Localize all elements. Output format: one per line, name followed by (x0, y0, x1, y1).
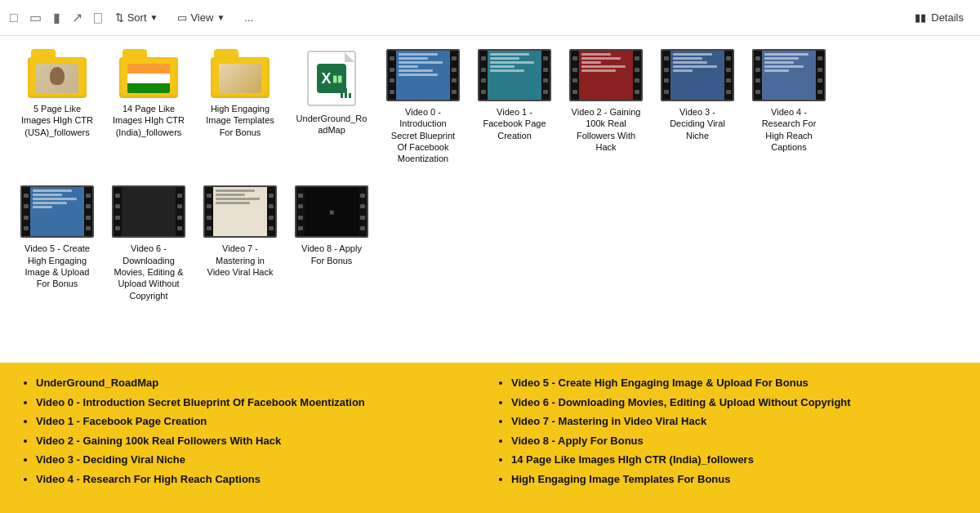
video-thumb-7 (203, 185, 277, 238)
folder-label-2: 14 Page Like Images HIgh CTR (India)_fol… (110, 101, 188, 140)
share-icon[interactable]: ↗ (72, 10, 82, 25)
list-item-left-3: Video 2 - Gaining 100k Real Followers Wi… (36, 434, 485, 448)
list-left: UnderGround_RoadMap Video 0 - Introducti… (20, 376, 485, 486)
video-screen-4 (762, 51, 816, 100)
video-thumb-0 (386, 49, 460, 101)
film-strip-left-4 (754, 51, 762, 100)
video-label-3: Video 3 - Deciding Viral Niche (659, 105, 737, 143)
video-item-6[interactable]: ▶ Video 6 - Downloading Movies, Editing … (108, 185, 189, 302)
items-row-2: Video 5 - Create High Engaging Image & U… (16, 185, 964, 302)
sort-button[interactable]: ⇅ Sort ▼ (109, 8, 165, 27)
film-strip-right-3 (724, 51, 733, 100)
film-strip-right-0 (450, 51, 458, 100)
video-label-2: Video 2 - Gaining 100k Real Followers Wi… (568, 105, 645, 154)
video-label-0: Video 0 - Introduction Secret Blueprint … (385, 105, 462, 166)
list-col-right: Video 5 - Create High Engaging Image & U… (495, 376, 960, 491)
excel-label: UnderGround_RoadMap (293, 111, 371, 138)
folder-label-1: 5 Page Like Images HIgh CTR (USA)_follow… (19, 101, 96, 140)
list-item-left-1: Video 0 - Introduction Secret Blueprint … (36, 395, 485, 410)
video-thumb-1 (478, 49, 551, 101)
film-strip-left-8 (296, 187, 305, 236)
view-chevron-icon: ▼ (216, 13, 225, 22)
video-label-1: Video 1 - Facebook Page Creation (476, 105, 554, 143)
more-icon: ... (244, 11, 253, 24)
film-strip-right-4 (816, 51, 824, 100)
film-strip-right-2 (633, 51, 641, 100)
video-label-4: Video 4 - Research For High Reach Captio… (751, 105, 828, 154)
more-button[interactable]: ... (238, 8, 260, 27)
rename-icon[interactable]: ▮ (53, 10, 60, 25)
video-label-5: Video 5 - Create High Engaging Image & U… (19, 241, 96, 291)
video-item-7[interactable]: Video 7 - Mastering in Video Viral Hack (199, 185, 281, 279)
sort-icon: ⇅ (115, 11, 124, 24)
list-item-left-4: Video 3 - Deciding Viral Niche (36, 453, 485, 467)
video-thumb-8: ■ (295, 185, 368, 238)
toolbar-icon-group: □ ▭ ▮ ↗ ⎕ (10, 10, 102, 25)
folder-icon-1 (28, 49, 87, 98)
film-strip-right-1 (541, 51, 550, 100)
video-item-0[interactable]: Video 0 - Introduction Secret Blueprint … (382, 49, 464, 166)
video-label-6: Video 6 - Downloading Movies, Editing & … (110, 241, 188, 302)
film-strip-left-0 (388, 51, 396, 100)
copy-icon[interactable]: ▭ (29, 10, 42, 25)
video-item-1[interactable]: Video 1 - Facebook Page Creation (474, 49, 555, 143)
view-button[interactable]: ▭ View ▼ (171, 8, 231, 27)
list-right: Video 5 - Create High Engaging Image & U… (495, 376, 960, 486)
folder-thumb-2 (127, 64, 170, 93)
bottom-list: UnderGround_RoadMap Video 0 - Introducti… (0, 363, 980, 513)
list-item-right-3: Video 8 - Apply For Bonus (511, 434, 960, 448)
list-item-right-4: 14 Page Like Images HIgh CTR (India)_fol… (511, 453, 960, 467)
video-label-8: Video 8 - Apply For Bonus (293, 241, 371, 268)
list-col-left: UnderGround_RoadMap Video 0 - Introducti… (20, 376, 495, 491)
items-row-1: 5 Page Like Images HIgh CTR (USA)_follow… (16, 49, 964, 166)
video-item-8[interactable]: ■ Video 8 - Apply For Bonus (291, 185, 372, 268)
details-label: Details (931, 11, 964, 24)
list-item-left-2: Video 1 - Facebook Page Creation (36, 414, 485, 429)
video-label-7: Video 7 - Mastering in Video Viral Hack (202, 241, 279, 279)
excel-icon: X ▮▮ (302, 49, 361, 108)
video-screen-1 (488, 51, 541, 100)
video-thumb-5 (20, 185, 94, 238)
details-button[interactable]: ▮▮ Details (908, 8, 970, 27)
folder-icon-2 (119, 49, 178, 98)
video-thumb-3 (661, 49, 734, 101)
film-strip-right-5 (84, 187, 92, 236)
video-item-4[interactable]: Video 4 - Research For High Reach Captio… (748, 49, 830, 154)
film-strip-left-2 (571, 51, 579, 100)
film-strip-left-1 (479, 51, 488, 100)
excel-file-item[interactable]: X ▮▮ UnderGround_RoadMap (291, 49, 372, 138)
film-strip-left-3 (662, 51, 670, 100)
folder-item-3[interactable]: High Engaging Image Templates For Bonus (199, 49, 281, 140)
video-screen-3 (670, 51, 724, 100)
toolbar: □ ▭ ▮ ↗ ⎕ ⇅ Sort ▼ ▭ View ▼ ... ▮▮ Detai… (0, 0, 980, 36)
list-item-left-0: UnderGround_RoadMap (36, 376, 485, 390)
video-thumb-4 (752, 49, 826, 101)
list-item-right-1: Video 6 - Downloading Movies, Editing & … (511, 395, 960, 410)
list-item-right-5: High Engaging Image Templates For Bonus (511, 472, 960, 487)
new-icon[interactable]: □ (10, 11, 18, 25)
sort-label: Sort (127, 11, 147, 24)
video-item-3[interactable]: Video 3 - Deciding Viral Niche (657, 49, 738, 143)
video-screen-7 (213, 187, 267, 236)
film-strip-left-6 (114, 187, 122, 236)
details-icon: ▮▮ (915, 11, 926, 24)
video-item-2[interactable]: Video 2 - Gaining 100k Real Followers Wi… (565, 49, 647, 154)
film-strip-right-6 (176, 187, 184, 236)
list-columns: UnderGround_RoadMap Video 0 - Introducti… (20, 376, 960, 491)
folder-item-1[interactable]: 5 Page Like Images HIgh CTR (USA)_follow… (16, 49, 98, 140)
sort-chevron-icon: ▼ (150, 13, 158, 22)
engage-thumb (219, 64, 261, 93)
video-screen-8: ■ (305, 187, 359, 236)
video-screen-2 (579, 51, 633, 100)
video-item-5[interactable]: Video 5 - Create High Engaging Image & U… (16, 185, 98, 291)
video-screen-5 (30, 187, 84, 236)
folder-item-2[interactable]: 14 Page Like Images HIgh CTR (India)_fol… (108, 49, 189, 140)
video-screen-0 (396, 51, 450, 100)
list-item-right-2: Video 7 - Mastering in Video Viral Hack (511, 414, 960, 429)
delete-icon[interactable]: ⎕ (94, 11, 102, 25)
video-thumb-2 (569, 49, 643, 101)
film-strip-left-5 (22, 187, 30, 236)
folder-thumb-1 (36, 64, 78, 93)
list-item-right-0: Video 5 - Create High Engaging Image & U… (511, 376, 960, 390)
list-item-left-5: Video 4 - Research For High Reach Captio… (36, 472, 485, 487)
